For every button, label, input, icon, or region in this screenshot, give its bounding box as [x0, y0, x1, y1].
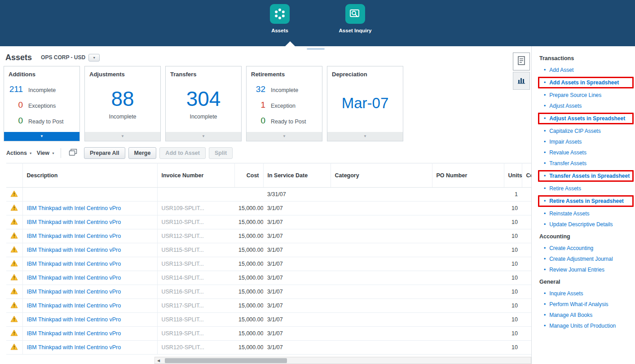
asset-description-link[interactable]: IBM Thinkpad with Intel Centrino vPro [27, 261, 121, 267]
table-row[interactable]: IBM Thinkpad with Intel Centrino vProUSR… [6, 285, 531, 299]
task-link-capitalize-cip-assets[interactable]: •Capitalize CIP Assets [539, 128, 630, 134]
task-link-prepare-source-lines[interactable]: •Prepare Source Lines [539, 92, 630, 98]
table-row[interactable]: IBM Thinkpad with Intel Centrino vProUSR… [6, 243, 531, 257]
column-header-cost[interactable]: Cost [234, 163, 263, 188]
prepare-all-button[interactable]: Prepare All [84, 147, 125, 159]
chart-view-toggle-button[interactable] [513, 72, 530, 90]
merge-button[interactable]: Merge [128, 147, 157, 159]
scroll-left-button[interactable]: ◀ [155, 357, 162, 364]
cell-category [331, 202, 432, 215]
infotile-retirements[interactable]: Retirements32Incomplete1Exception0Ready … [246, 66, 322, 141]
infotile-adjustments[interactable]: Adjustments88Incomplete▼ [84, 66, 161, 141]
banner-item-label: Assets [271, 28, 288, 33]
table-row[interactable]: 3/31/071 [6, 188, 531, 202]
task-link-retire-assets[interactable]: •Retire Assets [539, 185, 630, 192]
column-header-in-service-date[interactable]: In Service Date [263, 163, 331, 188]
infotile-transfers[interactable]: Transfers304Incomplete▼ [165, 66, 242, 141]
column-header-po-number[interactable]: PO Number [432, 163, 504, 188]
horizontal-scrollbar[interactable]: ◀ [154, 357, 531, 364]
asset-description-link[interactable]: IBM Thinkpad with Intel Centrino vPro [27, 330, 121, 337]
warning-icon [10, 206, 18, 212]
task-link-review-journal-entries[interactable]: •Review Journal Entries [539, 267, 630, 273]
actions-menu-button[interactable]: Actions ▼ [6, 150, 32, 156]
cell-description: IBM Thinkpad with Intel Centrino vPro [22, 257, 157, 271]
column-header-description[interactable]: Description [22, 163, 157, 188]
cell-invoice: USR118-SPLIT... [157, 313, 234, 327]
column-header-units[interactable]: Units [504, 163, 522, 188]
cell-category [331, 215, 432, 229]
view-menu-button[interactable]: View ▼ [37, 150, 55, 156]
table-view-toggle-button[interactable] [513, 53, 530, 70]
infotile-depreciation[interactable]: DepreciationMar-07▼ [327, 66, 403, 141]
cell-po [432, 271, 504, 285]
infotile-expander[interactable]: ▼ [85, 132, 160, 141]
bullet-icon: • [544, 128, 546, 134]
table-row[interactable]: IBM Thinkpad with Intel Centrino vProUSR… [6, 202, 531, 215]
task-link-transfer-assets-in-spreadsheet[interactable]: •Transfer Assets in Spreadsheet [538, 170, 634, 182]
asset-description-link[interactable]: IBM Thinkpad with Intel Centrino vPro [27, 275, 121, 281]
tile-stat-value: 32 [250, 84, 265, 94]
asset-description-link[interactable]: IBM Thinkpad with Intel Centrino vPro [27, 289, 121, 295]
banner-item-asset-inquiry[interactable]: Asset Inquiry [331, 4, 380, 33]
tile-stat-row: 211Incomplete [8, 84, 79, 94]
top-banner: AssetsAsset Inquiry [0, 0, 635, 46]
task-link-update-descriptive-details[interactable]: •Update Descriptive Details [539, 221, 630, 228]
cell-po [432, 257, 504, 271]
panel-section-accounting: Accounting•Create Accounting•Create Adju… [539, 233, 630, 273]
banner-item-assets[interactable]: Assets [255, 4, 304, 33]
table-row[interactable]: IBM Thinkpad with Intel Centrino vProUSR… [6, 215, 531, 229]
table-row[interactable]: IBM Thinkpad with Intel Centrino vProUSR… [6, 327, 531, 341]
table-row[interactable]: IBM Thinkpad with Intel Centrino vProUSR… [6, 229, 531, 243]
scrollbar-track[interactable] [162, 357, 531, 364]
task-link-revalue-assets[interactable]: •Revalue Assets [539, 149, 630, 156]
detach-icon [69, 149, 77, 158]
task-link-create-accounting[interactable]: •Create Accounting [539, 245, 630, 251]
table-row[interactable]: IBM Thinkpad with Intel Centrino vProUSR… [6, 313, 531, 327]
chevron-down-icon: ▼ [363, 135, 367, 138]
cell-description: IBM Thinkpad with Intel Centrino vPro [22, 229, 157, 243]
cell-invoice: USR117-SPLIT... [157, 299, 234, 313]
task-link-add-assets-in-spreadsheet[interactable]: •Add Assets in Spreadsheet [538, 77, 634, 88]
table-row[interactable]: IBM Thinkpad with Intel Centrino vProUSR… [6, 271, 531, 285]
task-link-adjust-assets[interactable]: •Adjust Assets [539, 103, 630, 109]
tile-stat-row: 0Ready to Post [8, 116, 79, 126]
task-link-impair-assets[interactable]: •Impair Assets [539, 139, 630, 145]
column-header-invoice-number[interactable]: Invoice Number [157, 163, 234, 188]
infotile-expander[interactable]: ▼ [166, 132, 241, 141]
task-link-perform-what-if-analysis[interactable]: •Perform What-if Analysis [539, 301, 630, 307]
infotile-expander[interactable]: ▼ [327, 132, 403, 141]
chevron-down-icon: ▼ [93, 56, 96, 59]
bullet-icon: • [544, 211, 546, 216]
infotile-title: Retirements [247, 66, 322, 78]
asset-description-link[interactable]: IBM Thinkpad with Intel Centrino vPro [27, 233, 121, 239]
task-link-manage-units-of-production[interactable]: •Manage Units of Production [539, 323, 630, 329]
detach-button[interactable] [67, 148, 79, 158]
task-link-inquire-assets[interactable]: •Inquire Assets [539, 290, 630, 297]
task-link-manage-all-books[interactable]: •Manage All Books [539, 312, 630, 318]
asset-description-link[interactable]: IBM Thinkpad with Intel Centrino vPro [27, 205, 121, 211]
infotile-additions[interactable]: Additions211Incomplete0Exceptions0Ready … [4, 66, 80, 141]
task-link-adjust-assets-in-spreadsheet[interactable]: •Adjust Assets in Spreadsheet [538, 113, 634, 124]
task-link-transfer-assets[interactable]: •Transfer Assets [539, 160, 630, 167]
table-row[interactable]: IBM Thinkpad with Intel Centrino vProUSR… [6, 257, 531, 271]
task-link-retire-assets-in-spreadsheet[interactable]: •Retire Assets in Spreadsheet [538, 195, 634, 207]
task-link-create-adjustment-journal[interactable]: •Create Adjustment Journal [539, 256, 630, 262]
task-link-add-asset[interactable]: •Add Asset [539, 67, 630, 73]
column-header-category[interactable]: Category [331, 163, 432, 188]
table-row[interactable]: IBM Thinkpad with Intel Centrino vProUSR… [6, 299, 531, 313]
tile-big-label: Incomplete [190, 114, 217, 120]
scrollbar-thumb[interactable] [165, 358, 287, 363]
asset-description-link[interactable]: IBM Thinkpad with Intel Centrino vPro [27, 247, 121, 253]
bullet-icon: • [544, 67, 546, 73]
book-dropdown-button[interactable]: ▼ [88, 54, 100, 61]
asset-description-link[interactable]: IBM Thinkpad with Intel Centrino vPro [27, 344, 121, 351]
infotile-expander[interactable]: ▼ [4, 132, 79, 141]
infotile-expander[interactable]: ▼ [247, 132, 322, 141]
table-row[interactable]: IBM Thinkpad with Intel Centrino vProUSR… [6, 341, 531, 355]
asset-description-link[interactable]: IBM Thinkpad with Intel Centrino vPro [27, 316, 121, 323]
column-header-comments[interactable]: Comments [522, 163, 531, 188]
warning-cell [6, 299, 22, 313]
task-link-reinstate-assets[interactable]: •Reinstate Assets [539, 211, 630, 217]
asset-description-link[interactable]: IBM Thinkpad with Intel Centrino vPro [27, 219, 121, 225]
asset-description-link[interactable]: IBM Thinkpad with Intel Centrino vPro [27, 303, 121, 309]
